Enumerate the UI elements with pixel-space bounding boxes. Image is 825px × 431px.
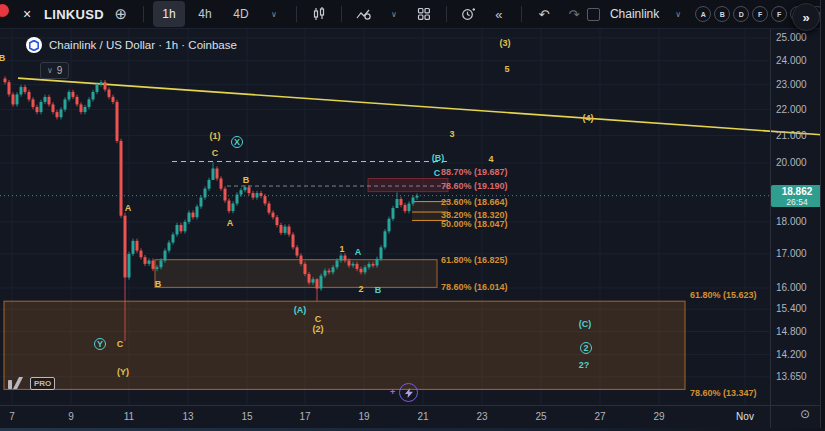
wave-label: A (355, 247, 362, 257)
fib-label: 50.00% (18.047) (441, 219, 508, 229)
wave-label: 5 (504, 64, 509, 74)
scale-settings-icon[interactable]: ⊙ (800, 407, 810, 421)
tradingview-logo[interactable]: PRO (8, 376, 55, 390)
wave-label: C (315, 314, 322, 324)
wave-label: (2) (313, 324, 324, 334)
wave-label: C (212, 148, 219, 158)
wave-label: (B) (432, 153, 445, 163)
watchlist-letter-d-2[interactable]: D (733, 6, 749, 22)
flash-event-icon[interactable] (399, 383, 418, 402)
fib-label: 61.80% (15.623) (690, 290, 757, 300)
price-scale[interactable] (770, 28, 821, 405)
fib-label: 78.60% (16.014) (441, 282, 508, 292)
wave-label: 2? (579, 360, 590, 370)
fib-label: 61.80% (16.825) (441, 255, 508, 265)
wave-label: C (117, 339, 124, 349)
wave-label: (A) (294, 305, 307, 315)
toolbar-separator (143, 6, 144, 22)
wave-label: 4 (488, 154, 493, 164)
toolbar-separator (521, 6, 522, 22)
wave-label: (1) (210, 131, 221, 141)
wave-label: B (243, 175, 250, 185)
alert-clock-icon[interactable] (456, 3, 482, 25)
wave-label: 3 (449, 129, 454, 139)
watchlist-letter-b-1[interactable]: B (714, 6, 730, 22)
wave-label: X (234, 137, 240, 147)
redo-icon[interactable]: ↷ (561, 3, 587, 25)
wave-label: (C) (579, 319, 592, 329)
side-panel-edge (820, 0, 825, 431)
chevron-down-icon: ∨ (47, 66, 53, 75)
wave-label: 1 (339, 244, 344, 254)
interval-chevron-down-icon[interactable]: ∨ (261, 3, 287, 25)
indicators-icon[interactable] (351, 3, 377, 25)
chart-title: Chainlink / US Dollar · 1h · Coinbase (49, 39, 237, 51)
fib-label: 78.60% (19.190) (441, 181, 508, 191)
chart-canvas[interactable]: 88.70% (19.687)78.60% (19.190)23.60% (18… (0, 28, 825, 431)
bar-countdown: 26:54 (771, 197, 823, 207)
chart-legend[interactable]: Chainlink / US Dollar · 1h · Coinbase (26, 37, 237, 53)
wave-label: Y (97, 339, 103, 349)
last-price-value: 18.862 (771, 185, 823, 197)
indicator-collapse-pill[interactable]: ∨ 9 (40, 62, 69, 79)
toolbar-separator (296, 6, 297, 22)
toolbar-separator (446, 6, 447, 22)
interval-1h-button[interactable]: 1h (153, 1, 185, 27)
flash-plus-icon: + (390, 387, 395, 397)
interval-4h-button[interactable]: 4h (189, 1, 221, 27)
pro-badge: PRO (30, 377, 55, 390)
compare-add-icon[interactable]: ⊕ (108, 3, 134, 25)
top-toolbar: × LINKUSD ⊕ 1h 4h 4D ∨ ∨ (0, 0, 825, 29)
wave-label: A (125, 203, 132, 213)
collapse-panel-button[interactable]: » (792, 3, 820, 31)
watchlist-letter-f-3[interactable]: F (752, 6, 768, 22)
wave-label: 2 (583, 343, 588, 353)
toolbar-separator (341, 6, 342, 22)
watchlist-letter-a-0[interactable]: A (695, 6, 711, 22)
wave-label: (4) (583, 113, 594, 123)
chainlink-logo-icon (26, 37, 42, 53)
replay-icon[interactable]: « (486, 3, 512, 25)
wave-label: 2 (358, 284, 363, 294)
wave-label: B (375, 285, 382, 295)
chart-pane: 88.70% (19.687)78.60% (19.190)23.60% (18… (0, 28, 825, 431)
last-price-badge: 18.862 26:54 (771, 185, 823, 207)
indicators-chevron-down-icon[interactable]: ∨ (381, 3, 407, 25)
candle-style-icon[interactable] (306, 3, 332, 25)
close-icon[interactable]: × (14, 3, 40, 25)
wave-label: (3) (500, 38, 511, 48)
watchlist-checkbox[interactable] (587, 8, 600, 21)
fib-label: 88.70% (19.687) (441, 167, 508, 177)
wave-label: A (227, 218, 234, 228)
fib-label: 78.60% (13.347) (690, 388, 757, 398)
wave-label: C (434, 168, 441, 178)
watchlist-name[interactable]: Chainlink (610, 7, 659, 21)
symbol-button[interactable]: LINKUSD (44, 7, 104, 22)
watchlist-chevron-down-icon[interactable]: ∨ (665, 3, 691, 25)
layout-grid-icon[interactable] (411, 3, 437, 25)
tradingview-mark-icon (8, 376, 26, 390)
wave-label: (Y) (117, 367, 129, 377)
undo-icon[interactable]: ↶ (531, 3, 557, 25)
wave-label: B (0, 53, 6, 63)
fib-label: 23.60% (18.664) (441, 197, 508, 207)
indicator-count: 9 (57, 65, 63, 76)
interval-4d-button[interactable]: 4D (225, 1, 257, 27)
wave-label: B (155, 279, 162, 289)
watchlist-letter-f-4[interactable]: F (771, 6, 787, 22)
